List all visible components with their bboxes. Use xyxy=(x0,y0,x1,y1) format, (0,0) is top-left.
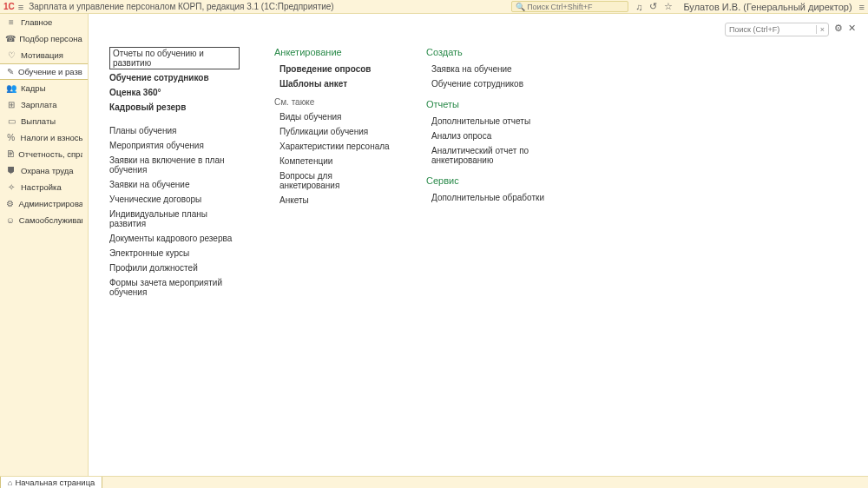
sidebar-item-label: Мотивация xyxy=(21,50,63,60)
link-additional-reports[interactable]: Дополнительные отчеты xyxy=(426,115,574,128)
link-survey-questions[interactable]: Вопросы для анкетирования xyxy=(274,169,391,192)
sidebar-item-hr[interactable]: 👥 Кадры xyxy=(0,80,88,96)
percent-icon: % xyxy=(5,133,17,142)
link-credit-forms[interactable]: Формы зачета мероприятий обучения xyxy=(109,276,240,299)
content-area: × ⚙ ✕ Отчеты по обучению и развитию Обуч… xyxy=(89,14,868,476)
sidebar-item-label: Обучение и развитие xyxy=(18,67,82,76)
sidebar-item-label: Отчетность, справки xyxy=(18,149,82,159)
column-2: Анкетирование Проведение опросов Шаблоны… xyxy=(274,47,391,300)
clear-search-icon[interactable]: × xyxy=(816,25,825,34)
sidebar-item-label: Налоги и взносы xyxy=(21,133,82,142)
link-additional-processing[interactable]: Дополнительные обработки xyxy=(426,191,574,204)
sidebar-item-label: Самообслуживание xyxy=(19,215,82,225)
link-employee-training[interactable]: Обучение сотрудников xyxy=(109,71,240,84)
sidebar-item-recruitment[interactable]: ☎ Подбор персонала xyxy=(0,30,88,47)
link-training-publications[interactable]: Публикации обучения xyxy=(274,125,391,138)
gear-icon: ⚙ xyxy=(5,199,15,208)
close-icon[interactable]: ✕ xyxy=(848,23,856,36)
link-training-requests[interactable]: Заявки на обучение xyxy=(109,178,240,191)
history-icon[interactable]: ↺ xyxy=(649,1,657,12)
menu-columns: Отчеты по обучению и развитию Обучение с… xyxy=(101,47,856,300)
sidebar-item-label: Настройка xyxy=(21,182,62,192)
link-training-types[interactable]: Виды обучения xyxy=(274,110,391,123)
link-personnel-characteristics[interactable]: Характеристики персонала xyxy=(274,140,391,153)
card-icon: ▭ xyxy=(5,116,17,126)
pencil-icon: ✎ xyxy=(5,67,15,76)
hamburger-icon[interactable]: ≡ xyxy=(18,2,23,12)
link-reports-training[interactable]: Отчеты по обучению и развитию xyxy=(109,47,240,69)
sidebar-item-label: Зарплата xyxy=(21,100,57,109)
document-icon: 🖹 xyxy=(5,149,15,159)
sidebar-item-admin[interactable]: ⚙ Администрирование xyxy=(0,195,88,212)
link-individual-plans[interactable]: Индивидуальные планы развития xyxy=(109,208,240,230)
top-bar: 1C ≡ Зарплата и управление персоналом КО… xyxy=(0,0,868,14)
user-label[interactable]: Булатов И.В. (Генеральный директор) xyxy=(683,2,852,12)
sidebar-item-label: Кадры xyxy=(21,83,45,93)
heading-reports: Отчеты xyxy=(426,99,574,109)
link-create-employee-training[interactable]: Обучение сотрудников xyxy=(426,77,574,90)
sidebar-item-label: Главное xyxy=(21,17,52,27)
link-apprentice-contracts[interactable]: Ученические договоры xyxy=(109,193,240,206)
sidebar-item-motivation[interactable]: ♡ Мотивация xyxy=(0,47,88,63)
window-title: Зарплата и управление персоналом КОРП, р… xyxy=(29,2,333,11)
sidebar-item-label: Выплаты xyxy=(21,116,56,126)
link-conduct-surveys[interactable]: Проведение опросов xyxy=(274,63,391,76)
heading-create: Создать xyxy=(426,47,574,57)
global-search[interactable]: 🔍 xyxy=(511,1,628,12)
link-survey-templates[interactable]: Шаблоны анкет xyxy=(274,77,391,90)
content-search-input[interactable] xyxy=(729,25,816,34)
link-create-training-request[interactable]: Заявка на обучение xyxy=(426,63,574,76)
star-icon[interactable]: ☆ xyxy=(664,1,673,12)
filter-icon[interactable]: ≡ xyxy=(859,2,865,12)
heading-surveys: Анкетирование xyxy=(274,47,391,57)
sidebar-item-salary[interactable]: ⊞ Зарплата xyxy=(0,96,88,113)
phone-icon: ☎ xyxy=(5,34,16,43)
sidebar-item-training[interactable]: ✎ Обучение и развитие xyxy=(0,63,88,80)
search-icon: 🔍 xyxy=(516,3,525,11)
people-icon: 👥 xyxy=(5,83,17,93)
top-toolbar: ♫ ↺ ☆ Булатов И.В. (Генеральный директор… xyxy=(635,1,865,12)
sidebar-item-label: Подбор персонала xyxy=(19,34,82,43)
list-icon: ≡ xyxy=(5,17,17,27)
subheading-see-also: См. также xyxy=(274,97,391,107)
link-job-profiles[interactable]: Профили должностей xyxy=(109,261,240,274)
heading-service: Сервис xyxy=(426,175,574,186)
bottom-bar: ⌂ Начальная страница xyxy=(0,476,868,488)
sidebar: ≡ Главное ☎ Подбор персонала ♡ Мотивация… xyxy=(0,14,89,476)
sidebar-item-selfservice[interactable]: ☺ Самообслуживание xyxy=(0,212,88,228)
global-search-input[interactable] xyxy=(527,3,624,11)
wrench-icon: ✧ xyxy=(5,182,17,192)
gear-icon[interactable]: ⚙ xyxy=(834,23,843,36)
content-search[interactable]: × xyxy=(725,23,829,36)
link-analytical-report[interactable]: Аналитический отчет по анкетированию xyxy=(426,144,574,167)
link-talent-pool[interactable]: Кадровый резерв xyxy=(109,101,240,114)
link-competencies[interactable]: Компетенции xyxy=(274,155,391,168)
sidebar-item-safety[interactable]: ⛊ Охрана труда xyxy=(0,162,88,179)
shield-icon: ⛊ xyxy=(5,166,17,175)
column-1: Отчеты по обучению и развитию Обучение с… xyxy=(109,47,240,300)
sidebar-item-payments[interactable]: ▭ Выплаты xyxy=(0,113,88,129)
sidebar-item-taxes[interactable]: % Налоги и взносы xyxy=(0,129,88,146)
logo-1c: 1C xyxy=(3,2,15,11)
link-talent-pool-docs[interactable]: Документы кадрового резерва xyxy=(109,232,240,245)
sidebar-item-label: Администрирование xyxy=(18,199,82,208)
link-elearning[interactable]: Электронные курсы xyxy=(109,247,240,260)
content-toolbar: × ⚙ ✕ xyxy=(101,23,856,36)
sidebar-item-reports[interactable]: 🖹 Отчетность, справки xyxy=(0,146,88,162)
tab-home-label: Начальная страница xyxy=(15,478,95,487)
tab-home[interactable]: ⌂ Начальная страница xyxy=(0,477,102,489)
grid-icon: ⊞ xyxy=(5,100,17,109)
sidebar-item-settings[interactable]: ✧ Настройка xyxy=(0,179,88,195)
sidebar-item-main[interactable]: ≡ Главное xyxy=(0,14,88,30)
link-training-plans[interactable]: Планы обучения xyxy=(109,124,240,137)
link-plan-requests[interactable]: Заявки на включение в план обучения xyxy=(109,154,240,176)
sidebar-item-label: Охрана труда xyxy=(21,166,74,175)
link-assessment-360[interactable]: Оценка 360° xyxy=(109,86,240,99)
link-training-events[interactable]: Мероприятия обучения xyxy=(109,139,240,152)
heart-icon: ♡ xyxy=(5,50,17,60)
link-survey-analysis[interactable]: Анализ опроса xyxy=(426,129,574,142)
face-icon: ☺ xyxy=(5,215,16,225)
column-3: Создать Заявка на обучение Обучение сотр… xyxy=(426,47,574,300)
link-questionnaires[interactable]: Анкеты xyxy=(274,194,391,207)
bell-icon[interactable]: ♫ xyxy=(635,2,642,12)
